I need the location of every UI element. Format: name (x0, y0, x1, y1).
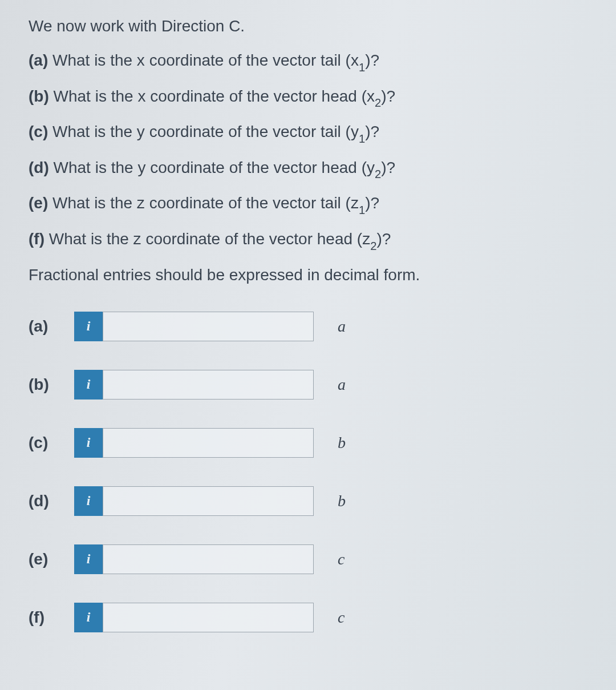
answer-c-unit: b (338, 434, 346, 452)
question-b-text-before: What is the x coordinate of the vector h… (49, 87, 375, 105)
info-icon[interactable]: i (74, 428, 103, 458)
question-c: (c) What is the y coordinate of the vect… (29, 123, 587, 144)
question-b: (b) What is the x coordinate of the vect… (29, 87, 587, 108)
info-icon[interactable]: i (74, 370, 103, 400)
answer-b-unit: a (338, 376, 346, 394)
answer-f-label: (f) (29, 608, 74, 627)
answer-d-label: (d) (29, 492, 74, 510)
info-icon[interactable]: i (74, 312, 103, 341)
answer-d-unit: b (338, 492, 346, 510)
question-e-text-before: What is the z coordinate of the vector t… (48, 194, 359, 212)
answer-row-e: (e) i c (29, 544, 587, 574)
answer-row-a: (a) i a (29, 312, 587, 341)
answer-row-f: (f) i c (29, 603, 587, 632)
question-f: (f) What is the z coordinate of the vect… (29, 230, 587, 251)
question-d-sub: 2 (375, 168, 381, 180)
question-d-label: (d) (29, 159, 49, 176)
answer-e-unit: c (338, 550, 345, 568)
answer-row-d: (d) i b (29, 486, 587, 516)
question-b-text-after: )? (381, 87, 395, 105)
question-b-sub: 2 (375, 96, 381, 109)
question-e: (e) What is the z coordinate of the vect… (29, 194, 587, 215)
answer-d-input[interactable] (103, 486, 314, 516)
question-a-label: (a) (29, 51, 48, 69)
answer-a-input[interactable] (103, 312, 314, 341)
question-c-label: (c) (29, 123, 48, 140)
answer-c-input[interactable] (103, 428, 314, 458)
question-f-text-after: )? (376, 230, 391, 248)
question-c-text-before: What is the y coordinate of the vector t… (48, 123, 359, 140)
answer-c-label: (c) (29, 434, 74, 452)
info-icon[interactable]: i (74, 544, 103, 574)
question-a-sub: 1 (359, 61, 365, 74)
question-c-sub: 1 (359, 132, 365, 145)
question-b-label: (b) (29, 87, 49, 105)
info-icon[interactable]: i (74, 603, 103, 632)
question-e-label: (e) (29, 194, 48, 212)
answer-a-unit: a (338, 317, 346, 336)
question-f-label: (f) (29, 230, 44, 248)
answer-row-b: (b) i a (29, 370, 587, 400)
question-d-text-before: What is the y coordinate of the vector h… (49, 159, 375, 176)
question-d-text-after: )? (381, 159, 395, 176)
info-icon[interactable]: i (74, 486, 103, 516)
question-a-text-after: )? (365, 51, 379, 69)
question-a: (a) What is the x coordinate of the vect… (29, 51, 587, 72)
question-e-sub: 1 (359, 204, 365, 216)
question-a-text-before: What is the x coordinate of the vector t… (48, 51, 359, 69)
answer-e-input[interactable] (103, 544, 314, 574)
intro-text: We now work with Direction C. (29, 17, 587, 35)
question-f-sub: 2 (370, 240, 376, 252)
answer-b-input[interactable] (103, 370, 314, 400)
question-e-text-after: )? (365, 194, 379, 212)
question-d: (d) What is the y coordinate of the vect… (29, 159, 587, 180)
answer-row-c: (c) i b (29, 428, 587, 458)
question-c-text-after: )? (365, 123, 379, 140)
answer-f-unit: c (338, 608, 345, 627)
note-text: Fractional entries should be expressed i… (29, 266, 587, 284)
answer-e-label: (e) (29, 550, 74, 568)
question-f-text-before: What is the z coordinate of the vector h… (44, 230, 370, 248)
answer-a-label: (a) (29, 317, 74, 336)
answer-b-label: (b) (29, 376, 74, 394)
answer-f-input[interactable] (103, 603, 314, 632)
